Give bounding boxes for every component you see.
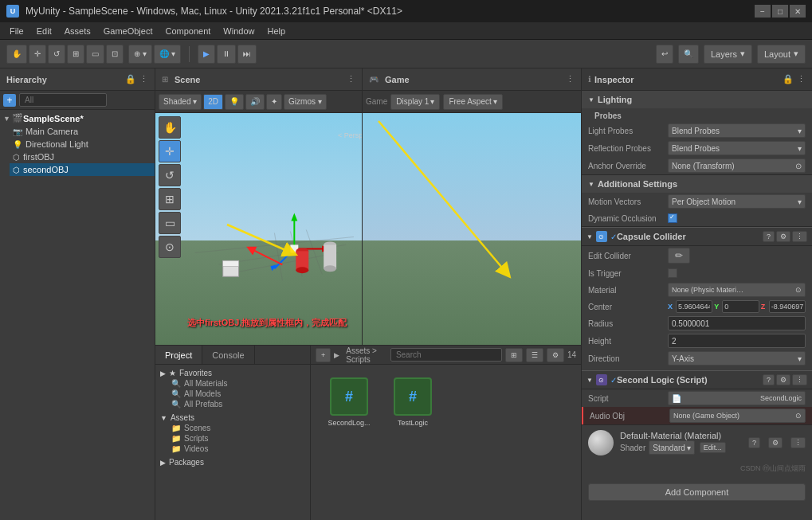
custom-scene-tool[interactable]: ⊙ bbox=[159, 236, 181, 258]
light-probes-dropdown[interactable]: Blend Probes ▾ bbox=[668, 123, 806, 138]
files-filter-button[interactable]: ⊞ bbox=[505, 348, 523, 362]
menu-component[interactable]: Component bbox=[159, 25, 217, 37]
favorites-header[interactable]: ▶ ★ Favorites bbox=[159, 368, 307, 378]
capsule-menu-button[interactable]: ⋮ bbox=[792, 231, 807, 242]
anchor-override-dropdown[interactable]: None (Transform) ⊙ bbox=[668, 158, 806, 173]
game-viewport[interactable] bbox=[363, 113, 581, 345]
script-dropdown[interactable]: 📄 SecondLogic bbox=[668, 391, 806, 405]
tab-project[interactable]: Project bbox=[155, 346, 202, 364]
scale-tool-button[interactable]: ⊞ bbox=[67, 45, 84, 64]
scene-menu-icon[interactable]: ⋮ bbox=[347, 74, 355, 84]
packages-header[interactable]: ▶ Packages bbox=[159, 457, 307, 467]
reflection-probes-dropdown[interactable]: Blend Probes ▾ bbox=[668, 141, 806, 155]
second-logic-menu-button[interactable]: ⋮ bbox=[792, 374, 807, 385]
shader-dropdown[interactable]: Standard ▾ bbox=[649, 440, 695, 455]
rect-scene-tool[interactable]: ▭ bbox=[159, 212, 181, 234]
menu-assets[interactable]: Assets bbox=[58, 25, 97, 37]
scene-gizmos-toggle[interactable]: Gizmos ▾ bbox=[284, 94, 327, 110]
capsule-help-button[interactable]: ? bbox=[763, 231, 775, 242]
hand-scene-tool[interactable]: ✋ bbox=[159, 116, 181, 139]
undo-button[interactable]: ↩ bbox=[656, 45, 673, 64]
scale-scene-tool[interactable]: ⊞ bbox=[159, 188, 181, 210]
add-file-button[interactable]: + bbox=[316, 348, 331, 362]
scene-audio-toggle[interactable]: 🔊 bbox=[245, 94, 265, 110]
hierarchy-add-button[interactable]: + bbox=[3, 94, 16, 107]
layers-dropdown[interactable]: Layers ▾ bbox=[704, 45, 752, 64]
material-settings-button[interactable]: ⚙ bbox=[768, 437, 783, 448]
hierarchy-first-obj[interactable]: ⬡ firstOBJ bbox=[10, 151, 155, 163]
menu-gameobject[interactable]: GameObject bbox=[97, 25, 159, 37]
capsule-settings-button[interactable]: ⚙ bbox=[776, 231, 790, 242]
material-menu-button[interactable]: ⋮ bbox=[790, 437, 806, 448]
close-button[interactable]: ✕ bbox=[790, 5, 806, 18]
hierarchy-menu-icon[interactable]: ⋮ bbox=[139, 74, 148, 84]
display-dropdown[interactable]: Display 1 ▾ bbox=[390, 94, 440, 110]
layout-dropdown[interactable]: Layout ▾ bbox=[757, 45, 806, 64]
search-button[interactable]: 🔍 bbox=[678, 45, 699, 64]
center-z-input[interactable] bbox=[769, 300, 806, 313]
center-x-input[interactable] bbox=[676, 300, 712, 313]
rotate-scene-tool[interactable]: ↺ bbox=[159, 164, 181, 186]
proj-videos[interactable]: 📁 Videos bbox=[159, 444, 307, 454]
files-search-input[interactable] bbox=[390, 348, 502, 362]
proj-all-prefabs[interactable]: 🔍 All Prefabs bbox=[159, 399, 307, 409]
second-logic-help-button[interactable]: ? bbox=[763, 374, 775, 385]
lock-icon[interactable]: 🔒 bbox=[125, 74, 136, 84]
menu-edit[interactable]: Edit bbox=[30, 25, 58, 37]
file-test-logic[interactable]: # TestLogic bbox=[387, 377, 438, 507]
files-view-button[interactable]: ☰ bbox=[526, 348, 543, 362]
play-button[interactable]: ▶ bbox=[198, 45, 215, 64]
menu-file[interactable]: File bbox=[3, 25, 30, 37]
motion-vectors-dropdown[interactable]: Per Object Motion ▾ bbox=[668, 194, 806, 209]
height-input[interactable] bbox=[668, 334, 806, 348]
scene-viewport[interactable]: ✋ ✛ ↺ ⊞ ▭ ⊙ bbox=[155, 113, 362, 345]
aspect-dropdown[interactable]: Free Aspect ▾ bbox=[443, 94, 502, 110]
move-tool-button[interactable]: ✛ bbox=[29, 45, 46, 64]
hierarchy-second-obj[interactable]: ⬡ secondOBJ bbox=[10, 163, 155, 176]
transform-tool-button[interactable]: ⊡ bbox=[106, 45, 124, 64]
maximize-button[interactable]: □ bbox=[772, 5, 788, 18]
minimize-button[interactable]: − bbox=[755, 5, 771, 18]
audio-obj-dropdown[interactable]: None (Game Object) ⊙ bbox=[669, 409, 806, 423]
second-logic-settings-button[interactable]: ⚙ bbox=[776, 374, 790, 385]
lighting-header[interactable]: ▼ Lighting bbox=[582, 91, 812, 108]
proj-scripts[interactable]: 📁 Scripts bbox=[159, 433, 307, 444]
pause-button[interactable]: ⏸ bbox=[217, 45, 236, 64]
assets-header[interactable]: ▼ Assets bbox=[159, 412, 307, 423]
tab-console[interactable]: Console bbox=[202, 346, 254, 364]
material-help-button[interactable]: ? bbox=[748, 437, 760, 448]
hierarchy-search-input[interactable] bbox=[19, 93, 107, 107]
hierarchy-directional-light[interactable]: 💡 Directional Light bbox=[10, 138, 155, 151]
scene-fx-toggle[interactable]: ✦ bbox=[266, 94, 282, 110]
proj-all-materials[interactable]: 🔍 All Materials bbox=[159, 378, 307, 389]
pivot-button[interactable]: ⊕ ▾ bbox=[128, 45, 152, 64]
material-dropdown[interactable]: None (Physic Materi… ⊙ bbox=[668, 283, 806, 297]
scene-2d-toggle[interactable]: 2D bbox=[203, 94, 223, 110]
add-component-button[interactable]: Add Component bbox=[588, 483, 806, 501]
global-button[interactable]: 🌐 ▾ bbox=[154, 45, 181, 64]
hand-tool-button[interactable]: ✋ bbox=[6, 45, 27, 64]
menu-help[interactable]: Help bbox=[261, 25, 292, 37]
dynamic-occlusion-checkbox[interactable] bbox=[668, 213, 677, 223]
edit-collider-button[interactable]: ✏ bbox=[668, 248, 690, 264]
proj-all-models[interactable]: 🔍 All Models bbox=[159, 389, 307, 399]
scene-draw-mode[interactable]: Shaded ▾ bbox=[159, 94, 202, 110]
files-settings-button[interactable]: ⚙ bbox=[547, 348, 564, 362]
inspector-lock-icon[interactable]: 🔒 bbox=[783, 74, 794, 84]
step-button[interactable]: ⏭ bbox=[237, 45, 257, 64]
center-y-input[interactable] bbox=[722, 300, 759, 313]
proj-scenes[interactable]: 📁 Scenes bbox=[159, 423, 307, 433]
hierarchy-scene[interactable]: ▼ 🎬 SampleScene* bbox=[0, 111, 155, 125]
hierarchy-main-camera[interactable]: 📷 Main Camera bbox=[10, 125, 155, 138]
is-trigger-checkbox[interactable] bbox=[668, 268, 677, 278]
shader-edit-button[interactable]: Edit... bbox=[700, 442, 726, 453]
scene-lighting-toggle[interactable]: 💡 bbox=[225, 94, 244, 110]
rotate-tool-button[interactable]: ↺ bbox=[48, 45, 65, 64]
rect-tool-button[interactable]: ▭ bbox=[86, 45, 104, 64]
radius-input[interactable] bbox=[668, 316, 806, 330]
game-menu-icon[interactable]: ⋮ bbox=[566, 74, 575, 84]
menu-window[interactable]: Window bbox=[217, 25, 261, 37]
direction-dropdown[interactable]: Y-Axis ▾ bbox=[668, 351, 806, 366]
move-scene-tool[interactable]: ✛ bbox=[159, 140, 181, 162]
file-second-logic[interactable]: # SecondLog... bbox=[324, 377, 375, 507]
